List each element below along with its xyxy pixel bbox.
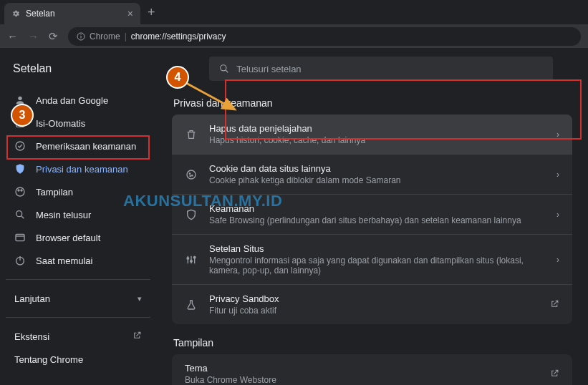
sidebar-item-about[interactable]: Tentang Chrome bbox=[6, 348, 150, 371]
forward-button[interactable]: → bbox=[28, 30, 39, 42]
flask-icon bbox=[185, 299, 198, 311]
chevron-right-icon: › bbox=[556, 130, 559, 140]
row-site-settings[interactable]: Setelan Situs Mengontrol informasi apa s… bbox=[172, 235, 572, 285]
sidebar-item-label: Saat memulai bbox=[36, 255, 92, 266]
row-cookies[interactable]: Cookie dan data situs lainnya Cookie pih… bbox=[172, 155, 572, 195]
svg-point-5 bbox=[18, 97, 21, 100]
svg-point-3 bbox=[221, 65, 226, 71]
power-icon bbox=[14, 255, 26, 266]
reload-button[interactable]: ⟳ bbox=[49, 30, 58, 43]
url-scheme: Chrome bbox=[90, 31, 120, 42]
palette-icon bbox=[14, 186, 26, 198]
browser-icon bbox=[14, 232, 26, 243]
divider bbox=[6, 317, 150, 318]
header: Setelan bbox=[0, 49, 588, 89]
gear-icon bbox=[11, 9, 20, 18]
row-subtitle: Fitur uji coba aktif bbox=[209, 306, 539, 316]
back-button[interactable]: ← bbox=[7, 30, 18, 42]
sidebar: Anda dan Google Isi-Otomatis Pemeriksaan… bbox=[0, 89, 156, 385]
svg-point-7 bbox=[16, 142, 24, 150]
svg-rect-13 bbox=[16, 234, 24, 240]
sidebar-item-label: Anda dan Google bbox=[36, 95, 108, 106]
row-privacy-sandbox[interactable]: Privacy Sandbox Fitur uji coba aktif bbox=[172, 285, 572, 324]
sidebar-item-appearance[interactable]: Tampilan bbox=[6, 180, 150, 203]
sidebar-item-advanced[interactable]: Lanjutan ▾ bbox=[6, 287, 150, 310]
sidebar-item-label: Browser default bbox=[36, 233, 100, 243]
section-title-privacy: Privasi dan keamanan bbox=[173, 97, 572, 109]
svg-rect-1 bbox=[81, 36, 82, 39]
sidebar-item-safety-check[interactable]: Pemeriksaan keamanan bbox=[6, 135, 150, 157]
sidebar-item-label: Tampilan bbox=[36, 187, 73, 198]
row-subtitle: Cookie pihak ketiga diblokir dalam mode … bbox=[209, 175, 545, 185]
svg-point-19 bbox=[192, 175, 193, 175]
close-tab-icon[interactable]: × bbox=[127, 8, 133, 19]
sidebar-item-label: Lanjutan bbox=[14, 293, 50, 304]
search-box[interactable] bbox=[209, 57, 553, 81]
search-icon bbox=[219, 64, 229, 74]
shield-icon bbox=[14, 163, 26, 175]
svg-point-18 bbox=[189, 173, 190, 174]
sidebar-item-label: Privasi dan keamanan bbox=[36, 164, 128, 175]
tab-bar: Setelan × + bbox=[0, 0, 588, 24]
sidebar-item-label: Isi-Otomatis bbox=[36, 118, 85, 129]
svg-line-4 bbox=[226, 70, 228, 73]
sidebar-item-on-startup[interactable]: Saat memulai bbox=[6, 249, 150, 272]
svg-point-17 bbox=[187, 170, 196, 179]
chevron-right-icon: › bbox=[556, 210, 559, 220]
sidebar-item-extensions[interactable]: Ekstensi bbox=[6, 325, 150, 348]
svg-line-12 bbox=[21, 216, 24, 219]
cookie-icon bbox=[185, 169, 198, 180]
search-input[interactable] bbox=[236, 64, 543, 74]
tab-title: Setelan bbox=[26, 9, 55, 19]
appearance-card: Tema Buka Chrome Webstore Tampilkan tomb… bbox=[172, 354, 572, 385]
external-link-icon bbox=[132, 331, 142, 342]
row-subtitle: Buka Chrome Webstore bbox=[185, 375, 539, 385]
annotation-badge-3: 3 bbox=[11, 104, 34, 127]
divider bbox=[6, 279, 150, 280]
row-title: Privacy Sandbox bbox=[209, 293, 539, 304]
url-path: chrome://settings/privacy bbox=[131, 31, 226, 42]
svg-point-9 bbox=[18, 190, 19, 191]
row-subtitle: Mengontrol informasi apa saja yang dapat… bbox=[209, 255, 545, 276]
external-link-icon bbox=[550, 299, 559, 311]
svg-point-10 bbox=[21, 190, 22, 191]
svg-point-26 bbox=[193, 256, 196, 258]
row-security[interactable]: Keamanan Safe Browsing (perlindungan dar… bbox=[172, 195, 572, 235]
row-clear-browsing-data[interactable]: Hapus data penjelajahan Hapus histori, c… bbox=[172, 114, 572, 155]
row-title: Cookie dan data situs lainnya bbox=[209, 163, 545, 174]
sliders-icon bbox=[185, 254, 198, 265]
address-bar[interactable]: Chrome | chrome://settings/privacy bbox=[68, 27, 581, 46]
svg-point-20 bbox=[190, 175, 191, 176]
svg-point-8 bbox=[16, 187, 24, 196]
page-title: Setelan bbox=[13, 62, 52, 75]
external-link-icon bbox=[550, 369, 559, 380]
sidebar-item-label: Mesin telusur bbox=[36, 210, 91, 220]
row-subtitle: Hapus histori, cookie, cache, dan lainny… bbox=[209, 135, 545, 145]
row-title: Hapus data penjelajahan bbox=[209, 123, 545, 134]
sidebar-item-default-browser[interactable]: Browser default bbox=[6, 226, 150, 249]
sidebar-item-search-engine[interactable]: Mesin telusur bbox=[6, 203, 150, 226]
new-tab-button[interactable]: + bbox=[148, 5, 155, 20]
privacy-card: Hapus data penjelajahan Hapus histori, c… bbox=[172, 114, 572, 324]
main-content: Privasi dan keamanan Hapus data penjelaj… bbox=[156, 89, 588, 385]
sidebar-item-label: Tentang Chrome bbox=[14, 354, 83, 365]
sidebar-item-privacy[interactable]: Privasi dan keamanan bbox=[6, 157, 150, 180]
chevron-right-icon: › bbox=[556, 255, 559, 265]
check-icon bbox=[14, 140, 26, 152]
browser-tab[interactable]: Setelan × bbox=[4, 3, 140, 24]
svg-rect-2 bbox=[81, 34, 82, 35]
sidebar-item-label: Ekstensi bbox=[14, 331, 49, 342]
trash-icon bbox=[185, 129, 198, 140]
search-engine-icon bbox=[14, 209, 26, 220]
security-icon bbox=[185, 209, 198, 220]
row-theme[interactable]: Tema Buka Chrome Webstore bbox=[172, 354, 572, 385]
svg-point-24 bbox=[187, 257, 189, 259]
row-title: Tema bbox=[185, 363, 539, 374]
svg-point-25 bbox=[191, 260, 193, 262]
chevron-down-icon: ▾ bbox=[138, 294, 142, 303]
section-title-appearance: Tampilan bbox=[173, 337, 572, 349]
toolbar: ← → ⟳ Chrome | chrome://settings/privacy bbox=[0, 24, 588, 49]
info-icon bbox=[77, 32, 85, 41]
chevron-right-icon: › bbox=[556, 170, 559, 180]
svg-point-11 bbox=[16, 211, 22, 217]
